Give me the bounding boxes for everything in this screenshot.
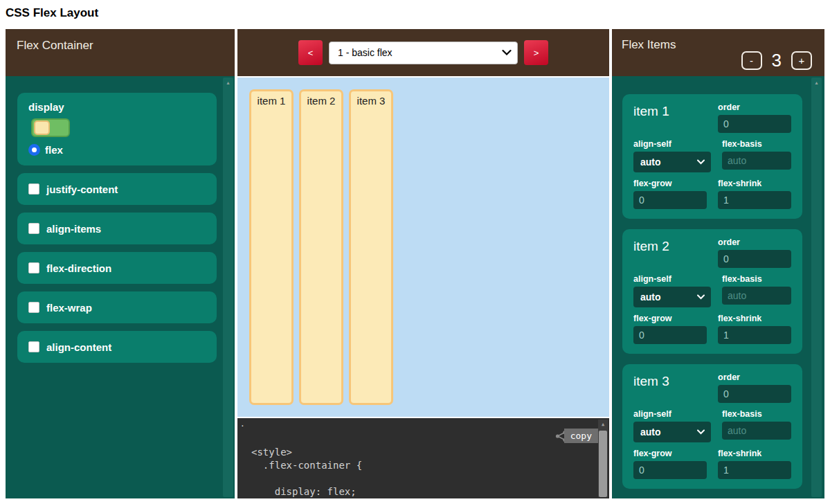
preview-item-2: item 2 [299,89,343,405]
flex-container-body: display flex justify-content align-items [6,76,235,498]
item-3-align-self-select[interactable]: auto [633,422,711,442]
display-toggle-knob [34,120,50,135]
item-2-flex-basis-input[interactable] [722,287,791,305]
flex-container-header: Flex Container [6,29,235,76]
align-self-label: align-self [633,139,711,149]
item-count: 3 [772,50,782,71]
add-item-button[interactable]: + [791,51,812,70]
flex-items-body: item 1 order align-self auto [612,76,824,498]
item-count-stepper: - 3 + [741,50,812,71]
align-self-label: align-self [633,409,711,419]
item-1-name: item 1 [633,102,707,119]
flex-basis-label: flex-basis [722,274,791,284]
next-example-button[interactable]: > [524,40,548,65]
preview-item-1: item 1 [249,89,294,405]
align-content-checkbox[interactable] [28,341,39,352]
align-self-label: align-self [633,274,711,284]
order-label: order [718,237,791,247]
code-bullet: . [240,420,245,429]
item-3-card: item 3 order align-self auto [622,364,802,489]
item-1-flex-grow-input[interactable] [633,191,707,209]
flex-shrink-label: flex-shrink [718,179,791,188]
flex-grow-label: flex-grow [633,314,707,323]
flex-container-panel: Flex Container display flex justify-cont… [6,29,235,498]
left-panel-scrollbar[interactable]: ▲ [223,78,233,497]
flex-items-header: Flex Items - 3 + [612,29,824,76]
code-scrollbar[interactable]: ▲ [598,420,608,497]
flex-grow-label: flex-grow [633,449,707,458]
display-flex-radio-row: flex [28,144,206,156]
flex-direction-label: flex-direction [46,262,111,274]
flex-shrink-label: flex-shrink [718,314,791,323]
flex-grow-label: flex-grow [633,179,707,188]
justify-content-label: justify-content [46,183,118,195]
flex-wrap-label: flex-wrap [46,302,92,314]
display-label: display [28,101,206,113]
align-content-label: align-content [46,341,111,353]
scroll-up-icon[interactable]: ▲ [223,78,233,86]
align-items-label: align-items [46,223,101,235]
flex-wrap-checkbox[interactable] [28,302,39,313]
item-3-order-input[interactable] [718,385,791,403]
item-3-align-self-wrap: auto [633,422,711,442]
example-select-wrap: 1 - basic flex [329,42,518,64]
flex-radio-label: flex [45,144,63,156]
align-items-card: align-items [17,213,217,244]
flex-direction-checkbox[interactable] [28,262,39,273]
flex-preview-container: item 1 item 2 item 3 [237,78,609,417]
remove-item-button[interactable]: - [741,51,762,70]
item-1-align-self-select[interactable]: auto [633,152,711,172]
item-1-align-self-wrap: auto [633,152,711,172]
align-items-checkbox[interactable] [28,223,39,234]
item-3-flex-shrink-input[interactable] [718,461,791,479]
flex-radio-button[interactable] [28,144,40,156]
right-panel-scrollbar[interactable]: ▲ [811,78,822,497]
flex-container-title: Flex Container [17,39,93,52]
order-label: order [718,102,791,112]
scroll-up-icon[interactable]: ▲ [598,420,608,427]
item-3-name: item 3 [633,372,707,389]
justify-content-card: justify-content [17,173,217,205]
display-toggle[interactable] [31,118,70,137]
app-root: CSS Flex Layout Flex Container display f… [0,0,830,504]
item-1-flex-shrink-input[interactable] [718,191,791,209]
preview-item-3: item 3 [349,89,393,405]
flex-direction-card: flex-direction [17,252,217,284]
item-2-card: item 2 order align-self auto [622,229,802,354]
display-control-card: display flex [17,93,217,165]
item-2-flex-grow-input[interactable] [633,326,707,344]
copy-button[interactable]: copy [564,429,598,443]
flex-items-panel: Flex Items - 3 + item 1 order [612,29,824,498]
example-nav-bar: < 1 - basic flex > [237,29,609,76]
item-2-align-self-select[interactable]: auto [633,287,711,307]
flex-shrink-label: flex-shrink [718,449,791,458]
code-line [251,472,362,485]
item-1-card: item 1 order align-self auto [622,94,802,219]
order-label: order [718,372,791,382]
flex-basis-label: flex-basis [722,139,791,149]
item-3-flex-grow-input[interactable] [633,461,707,479]
item-2-flex-shrink-input[interactable] [718,326,791,344]
item-2-name: item 2 [633,237,707,254]
code-text: <style> .flex-container { display: flex; [251,446,362,498]
flex-basis-label: flex-basis [722,409,791,419]
code-line: .flex-container { [251,459,362,472]
code-line: <style> [251,446,362,459]
item-1-flex-basis-input[interactable] [722,152,791,170]
flex-items-title: Flex Items [622,38,676,52]
justify-content-checkbox[interactable] [28,183,39,195]
code-block: . <style> .flex-container { display: fle… [237,418,609,498]
align-content-card: align-content [17,331,217,363]
example-select[interactable]: 1 - basic flex [329,42,518,64]
item-3-flex-basis-input[interactable] [722,422,791,440]
page-title: CSS Flex Layout [6,6,98,20]
scroll-up-icon[interactable]: ▲ [811,78,822,86]
code-scrollbar-thumb[interactable] [599,431,607,497]
prev-example-button[interactable]: < [298,40,323,65]
code-line: display: flex; [251,485,362,498]
item-2-order-input[interactable] [718,250,791,268]
flex-wrap-card: flex-wrap [17,291,217,323]
item-2-align-self-wrap: auto [633,287,711,307]
preview-column: < 1 - basic flex > item 1 item 2 item 3 … [237,29,609,498]
item-1-order-input[interactable] [718,115,791,133]
